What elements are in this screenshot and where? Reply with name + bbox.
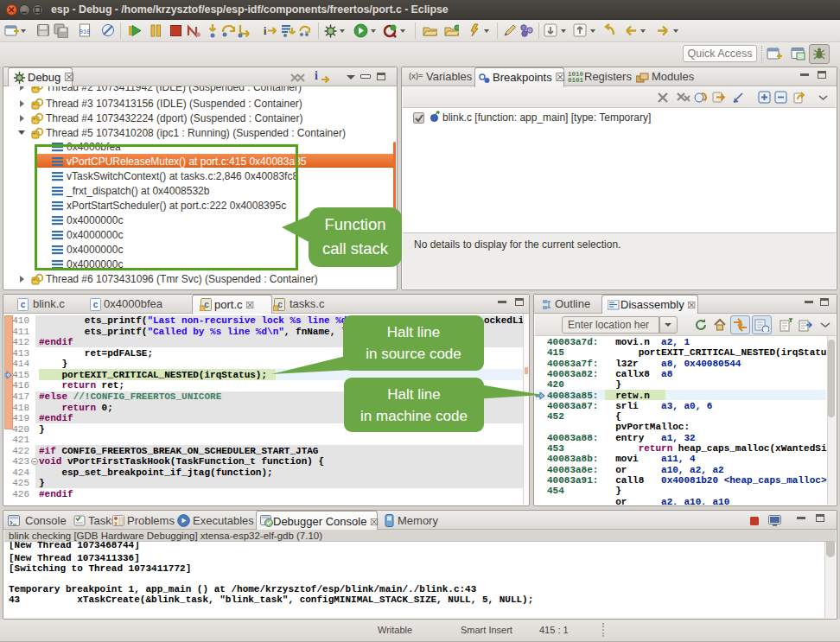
svg-text:010: 010 <box>80 29 91 35</box>
svg-text:c: c <box>21 300 26 309</box>
svg-text:c: c <box>93 300 99 309</box>
svg-text:i: i <box>264 25 267 37</box>
